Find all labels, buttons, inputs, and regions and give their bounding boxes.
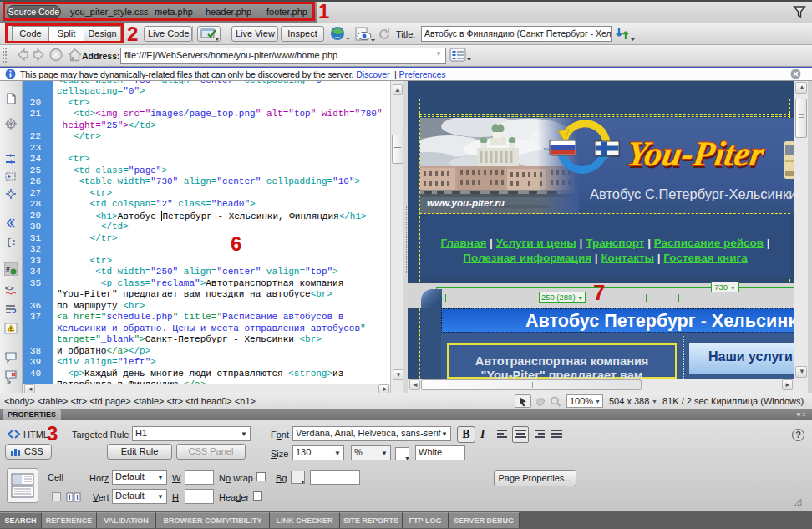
svg-text:You-Piter: You-Piter — [625, 134, 767, 173]
svg-text:www.you-piter.ru: www.you-piter.ru — [427, 198, 505, 208]
svg-text:#: # — [6, 265, 10, 273]
svg-text:Автобус С.Петербург-Хельсинки: Автобус С.Петербург-Хельсинки — [590, 186, 794, 201]
svg-text:{:}: {:} — [6, 237, 18, 247]
svg-text:<>: <> — [5, 284, 14, 292]
